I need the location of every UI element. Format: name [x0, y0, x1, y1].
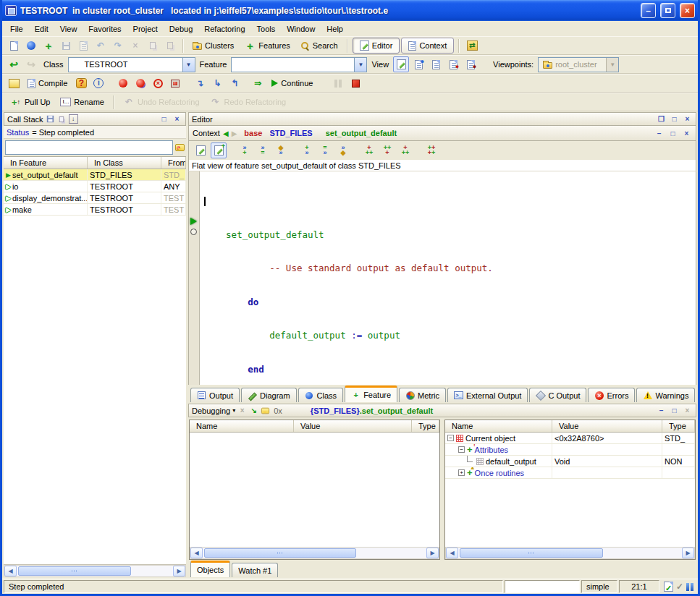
context-minimize-button[interactable]: –	[654, 128, 665, 138]
run-to-cursor-button[interactable]: ⇒	[250, 75, 266, 91]
menu-favorites[interactable]: Favorites	[83, 22, 127, 35]
scroll-right-icon[interactable]: ▶	[682, 548, 694, 558]
scroll-thumb[interactable]	[18, 566, 131, 576]
copy-button[interactable]	[145, 38, 161, 54]
menu-file[interactable]: File	[4, 22, 29, 35]
locals-hscrollbar[interactable]: ◀ ▶	[190, 547, 439, 559]
pull-up-button[interactable]: +↑ Pull Up	[6, 94, 54, 110]
tab-watch-1[interactable]: Watch #1	[232, 563, 278, 577]
maximize-button[interactable]	[660, 3, 675, 18]
cut-button[interactable]: ×	[127, 38, 143, 54]
scroll-thumb[interactable]	[204, 548, 356, 558]
scroll-track[interactable]	[203, 548, 426, 558]
context-close-button[interactable]: ×	[681, 128, 692, 138]
scroll-track[interactable]	[17, 566, 173, 576]
context-maximize-button[interactable]: □	[667, 128, 678, 138]
column-value[interactable]: Value	[552, 420, 662, 432]
contract-view-button[interactable]: »=	[255, 142, 271, 158]
view-flat-button[interactable]	[428, 56, 444, 72]
new-button[interactable]	[6, 38, 22, 54]
scroll-left-icon[interactable]: ◀	[4, 566, 17, 576]
object-tree-row[interactable]: default_output Void NON	[445, 456, 695, 467]
scroll-left-icon[interactable]: ◀	[446, 548, 458, 558]
editor-toggle-button[interactable]: Editor	[353, 38, 400, 54]
class-combo[interactable]: TESTROOT ▼	[68, 57, 195, 72]
external-editor-button[interactable]: ⇄	[464, 38, 480, 54]
continue-button[interactable]: Continue	[267, 77, 317, 90]
scroll-thumb[interactable]	[460, 548, 603, 558]
object-tree-row[interactable]: −Current object <0x32A8760> STD_	[445, 433, 695, 444]
expand-icon[interactable]: +	[458, 469, 465, 476]
show-breakpoints-button[interactable]	[167, 75, 183, 91]
search-button[interactable]: Search	[296, 39, 342, 53]
tab-class[interactable]: Class	[298, 388, 344, 402]
open-button[interactable]	[23, 38, 39, 54]
exception-bubble-icon[interactable]	[175, 144, 185, 151]
redo-refactoring-button[interactable]: ↷ Redo Refactoring	[206, 94, 291, 110]
suppliers-view-button[interactable]: ++++	[423, 142, 439, 158]
step-into-button[interactable]: ↳	[209, 75, 225, 91]
view-interface-button[interactable]: ●	[463, 56, 478, 72]
column-name[interactable]: Name	[445, 420, 552, 432]
disable-breakpoints-button[interactable]	[132, 75, 148, 91]
copy-call-stack-button[interactable]	[57, 114, 67, 124]
editor-gutter[interactable]	[189, 171, 200, 385]
column-value[interactable]: Value	[294, 420, 412, 432]
tab-errors[interactable]: ×Errors	[588, 388, 635, 402]
feature-combo-arrow-icon[interactable]: ▼	[354, 58, 366, 72]
view-contract-button[interactable]: ●	[445, 56, 461, 72]
code-area[interactable]: set_output_default -- Use standard outpu…	[188, 171, 696, 385]
feature-combo[interactable]: ▼	[231, 57, 367, 72]
add-button[interactable]: +	[41, 38, 56, 54]
tab-diagram[interactable]: Diagram	[241, 388, 297, 402]
assigners-view-button[interactable]: =»	[317, 142, 333, 158]
clickable-view-button[interactable]: +	[211, 142, 227, 158]
column-name[interactable]: Name	[190, 420, 294, 432]
context-toggle-button[interactable]: Context	[401, 38, 454, 54]
back-button[interactable]: ↩	[6, 56, 22, 72]
menu-refactoring[interactable]: Refactoring	[198, 22, 250, 35]
object-tree-row[interactable]: −+!Attributes	[445, 444, 695, 456]
stop-button[interactable]	[347, 75, 363, 91]
editor-undock-button[interactable]: ❐	[656, 114, 667, 124]
callees-view-button[interactable]: »◆	[335, 142, 351, 158]
breadcrumb-feature[interactable]: set_output_default	[326, 129, 397, 137]
scroll-left-icon[interactable]: ◀	[190, 548, 203, 558]
step-out-button[interactable]: ↰	[227, 75, 243, 91]
new-expression-icon[interactable]	[261, 407, 269, 414]
rename-button[interactable]: I... Rename	[56, 95, 108, 108]
column-type[interactable]: Type	[662, 420, 695, 432]
remove-expression-icon[interactable]: ×	[237, 406, 247, 415]
menu-help[interactable]: Help	[321, 22, 349, 35]
call-stack-hscrollbar[interactable]: ◀ ▶	[4, 565, 186, 577]
callers-view-button[interactable]: +»	[299, 142, 315, 158]
editor-maximize-button[interactable]: □	[669, 114, 680, 124]
flat-view-button[interactable]: »+	[237, 142, 253, 158]
clients-view-button[interactable]: +++	[397, 142, 413, 158]
tab-metric[interactable]: Metric	[399, 388, 446, 402]
editor-close-button[interactable]: ×	[682, 114, 693, 124]
class-combo-arrow-icon[interactable]: ▼	[182, 58, 195, 72]
debugging-maximize-button[interactable]: □	[669, 406, 680, 416]
hex-display-toggle[interactable]: 0x	[274, 406, 282, 415]
close-button[interactable]: ×	[680, 3, 695, 18]
save-all-button[interactable]	[75, 38, 91, 54]
pause-button[interactable]	[330, 75, 346, 91]
ancestors-view-button[interactable]: +++	[361, 142, 377, 158]
features-button[interactable]: + Features	[240, 38, 294, 54]
call-stack-close-button[interactable]: ×	[172, 114, 182, 124]
descendants-view-button[interactable]: +++	[379, 142, 395, 158]
locals-body[interactable]	[190, 433, 439, 547]
minimize-button[interactable]: –	[641, 3, 656, 18]
debugging-menu-dropdown-icon[interactable]: ▾	[232, 407, 235, 414]
scroll-right-icon[interactable]: ▶	[173, 566, 185, 576]
view-editor-button[interactable]	[393, 56, 409, 72]
debugging-close-button[interactable]: ×	[682, 406, 693, 416]
collapse-icon[interactable]: −	[447, 435, 454, 441]
history-back-icon[interactable]: ◀	[223, 129, 229, 137]
forward-button[interactable]: ↪	[23, 56, 39, 72]
view-clickable-button[interactable]: ●	[410, 56, 426, 72]
column-in-class[interactable]: In Class	[88, 157, 161, 169]
menu-window[interactable]: Window	[281, 22, 321, 35]
info-button[interactable]: i	[90, 75, 106, 91]
